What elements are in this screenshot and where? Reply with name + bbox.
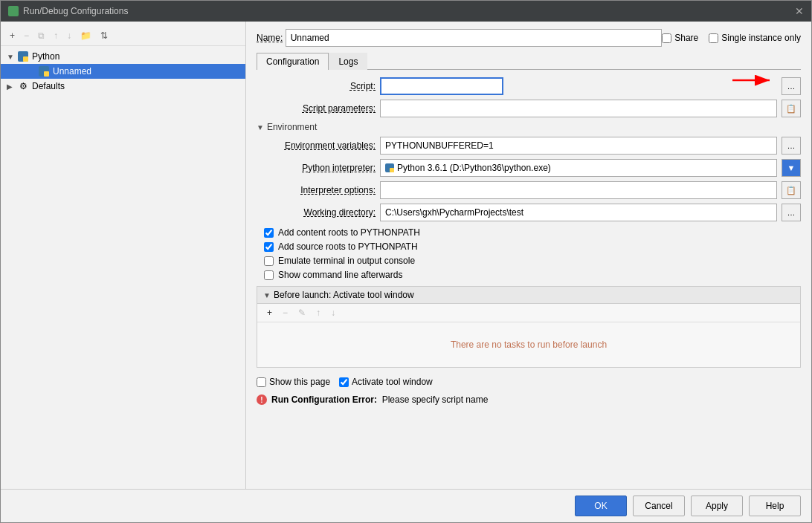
sidebar: + − ⧉ ↑ ↓ 📁 ⇅ ▼ Python [1, 22, 246, 489]
emulate-terminal-checkbox[interactable] [264, 256, 274, 266]
activate-tool-label: Activate tool window [352, 377, 433, 387]
sidebar-item-python[interactable]: ▼ Python [1, 49, 245, 64]
python-group-icon [17, 51, 29, 62]
add-source-roots-checkbox[interactable] [264, 242, 274, 252]
script-params-browse-button[interactable]: 📋 [782, 100, 801, 117]
title-bar: Run/Debug Configurations ✕ [1, 1, 811, 22]
before-launch-section: ▼ Before launch: Activate tool window + … [257, 286, 801, 368]
before-launch-content: There are no tasks to run before launch [257, 322, 800, 367]
environment-label: Environment [267, 122, 317, 132]
close-button[interactable]: ✕ [795, 5, 804, 17]
emulate-terminal-label: Emulate terminal in output console [278, 256, 415, 266]
interp-options-input[interactable] [380, 181, 777, 199]
dialog-icon [8, 6, 19, 16]
share-label: Share [674, 33, 698, 43]
content-area: Name: Share Single instance only [246, 22, 811, 489]
env-vars-button[interactable]: … [782, 137, 801, 155]
script-input[interactable] [380, 77, 503, 95]
sidebar-item-unnamed[interactable]: Unnamed [1, 64, 245, 79]
title-bar-left: Run/Debug Configurations [8, 6, 128, 16]
python-interp-select[interactable]: Python 3.6.1 (D:\Python36\python.exe) [380, 159, 777, 177]
config-icon [39, 66, 49, 77]
before-launch-label: Before launch: Activate tool window [274, 290, 414, 300]
emulate-terminal-row: Emulate terminal in output console [264, 256, 801, 266]
add-source-roots-row: Add source roots to PYTHONPATH [264, 241, 801, 252]
no-tasks-text: There are no tasks to run before launch [451, 340, 607, 350]
name-label: Name: [257, 33, 283, 43]
share-checkbox-label[interactable]: Share [662, 33, 698, 43]
add-content-roots-checkbox[interactable] [264, 228, 274, 238]
tab-configuration[interactable]: Configuration [257, 53, 329, 70]
working-dir-row: Working directory: … [257, 204, 801, 221]
apply-button[interactable]: Apply [691, 496, 743, 516]
cancel-button[interactable]: Cancel [633, 496, 685, 516]
before-launch-up-button[interactable]: ↑ [312, 306, 324, 319]
script-params-label: Script parameters: [257, 103, 376, 114]
dialog-title: Run/Debug Configurations [23, 6, 128, 16]
ok-button[interactable]: OK [575, 496, 627, 516]
interp-options-button[interactable]: 📋 [782, 181, 801, 199]
show-cmd-row: Show command line afterwards [264, 270, 801, 280]
before-launch-header[interactable]: ▼ Before launch: Activate tool window [257, 287, 800, 304]
share-checkbox[interactable] [662, 33, 671, 43]
python-interp-label: Python interpreter: [257, 163, 376, 173]
activate-tool-checkbox[interactable] [339, 377, 349, 387]
run-debug-configurations-dialog: Run/Debug Configurations ✕ + − ⧉ ↑ ↓ 📁 ⇅… [0, 0, 812, 523]
error-icon: ! [257, 394, 267, 405]
before-launch-arrow: ▼ [263, 291, 271, 299]
add-content-roots-row: Add content roots to PYTHONPATH [264, 227, 801, 238]
show-cmd-label: Show command line afterwards [278, 270, 402, 280]
sidebar-down-button[interactable]: ↓ [64, 29, 74, 42]
sidebar-remove-button[interactable]: − [21, 29, 32, 42]
tabs: Configuration Logs [257, 53, 801, 70]
add-content-roots-label: Add content roots to PYTHONPATH [278, 227, 420, 238]
env-vars-input[interactable] [380, 137, 777, 155]
single-instance-label: Single instance only [721, 33, 801, 43]
working-dir-button[interactable]: … [782, 204, 801, 221]
unnamed-label: Unnamed [53, 66, 91, 77]
before-launch-down-button[interactable]: ↓ [327, 306, 339, 319]
sidebar-sort-button[interactable]: ⇅ [97, 29, 111, 42]
sidebar-item-defaults[interactable]: ▶ ⚙ Defaults [1, 79, 245, 94]
name-input[interactable] [286, 29, 663, 47]
sidebar-copy-button[interactable]: ⧉ [35, 29, 48, 42]
bottom-options: Show this page Activate tool window [257, 374, 801, 390]
script-browse-button[interactable]: … [782, 77, 801, 95]
python-interp-dropdown-button[interactable]: ▼ [782, 159, 801, 177]
before-launch-remove-button[interactable]: − [279, 306, 291, 319]
interp-options-label: Interpreter options: [257, 185, 376, 195]
before-launch-edit-button[interactable]: ✎ [294, 306, 309, 319]
sidebar-add-button[interactable]: + [7, 29, 18, 42]
dialog-footer: OK Cancel Apply Help [1, 489, 811, 522]
add-source-roots-label: Add source roots to PYTHONPATH [278, 241, 418, 252]
show-page-checkbox-label[interactable]: Show this page [257, 377, 330, 387]
main-area: + − ⧉ ↑ ↓ 📁 ⇅ ▼ Python [1, 22, 811, 489]
top-right-options: Share Single instance only [662, 33, 801, 43]
script-label: Script: [257, 81, 376, 91]
defaults-label: Defaults [32, 81, 65, 91]
unnamed-icon [38, 65, 50, 77]
sidebar-up-button[interactable]: ↑ [51, 29, 61, 42]
defaults-expand-arrow: ▶ [7, 82, 17, 91]
environment-header[interactable]: ▼ Environment [257, 122, 801, 132]
tab-logs[interactable]: Logs [329, 53, 367, 70]
show-page-checkbox[interactable] [257, 377, 266, 387]
sidebar-folder-button[interactable]: 📁 [77, 29, 94, 42]
script-row: Script: … [257, 77, 801, 95]
python-interp-row: Python interpreter: Python 3.6.1 (D:\Pyt… [257, 159, 801, 177]
single-instance-checkbox[interactable] [709, 33, 718, 43]
env-vars-row: Environment variables: … [257, 137, 801, 155]
python-interp-value: Python 3.6.1 (D:\Python36\python.exe) [385, 163, 551, 173]
interp-options-row: Interpreter options: 📋 [257, 181, 801, 199]
single-instance-checkbox-label[interactable]: Single instance only [709, 33, 801, 43]
activate-tool-checkbox-label[interactable]: Activate tool window [339, 377, 433, 387]
working-dir-input[interactable] [380, 204, 777, 221]
script-params-input[interactable] [380, 100, 777, 117]
before-launch-add-button[interactable]: + [263, 306, 276, 319]
help-button[interactable]: Help [749, 496, 801, 516]
name-row: Name: Share Single instance only [257, 29, 801, 47]
show-cmd-checkbox[interactable] [264, 270, 274, 280]
before-launch-toolbar: + − ✎ ↑ ↓ [257, 304, 800, 322]
configuration-form: Script: … [257, 77, 801, 405]
show-page-label: Show this page [269, 377, 330, 387]
